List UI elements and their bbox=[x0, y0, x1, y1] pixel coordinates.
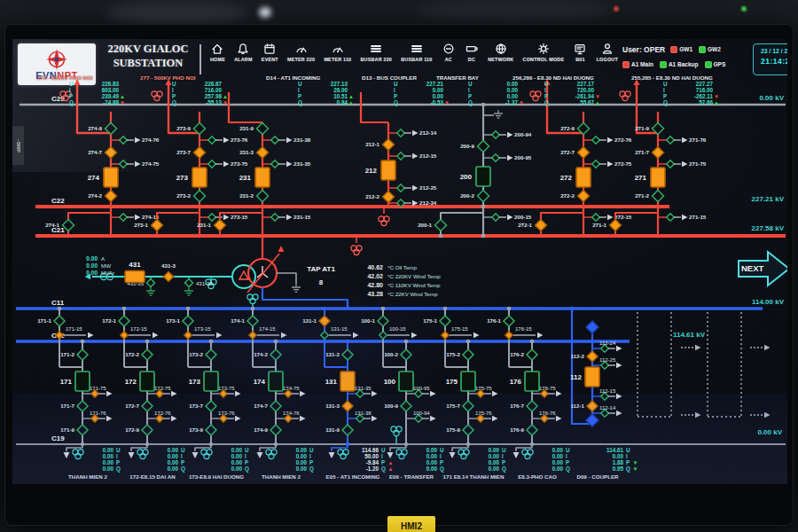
disconnector-273-2[interactable] bbox=[194, 191, 206, 202]
disconnector-173-9[interactable] bbox=[206, 425, 216, 435]
breaker-272[interactable] bbox=[576, 168, 591, 187]
tap-273-76[interactable] bbox=[208, 137, 215, 144]
breaker-273[interactable] bbox=[192, 168, 207, 187]
tap-175-15[interactable] bbox=[442, 332, 449, 339]
breaker-131[interactable] bbox=[340, 372, 355, 391]
tap-272-15[interactable] bbox=[592, 214, 599, 221]
tap-272-76[interactable] bbox=[592, 137, 599, 144]
tap-172-76[interactable] bbox=[156, 415, 163, 422]
disconnector-176-9[interactable] bbox=[527, 425, 537, 435]
disconnector-231-3[interactable] bbox=[257, 147, 269, 159]
disconnector-200-2[interactable] bbox=[478, 191, 489, 202]
tap-271-75[interactable] bbox=[667, 160, 674, 168]
breaker-174[interactable] bbox=[269, 372, 283, 391]
disconnector-271-1[interactable] bbox=[610, 220, 622, 231]
disconnector-231-1[interactable] bbox=[215, 220, 226, 231]
tap-231-35[interactable] bbox=[271, 160, 278, 168]
disconnector-176-2[interactable] bbox=[527, 349, 537, 360]
tap-231-38[interactable] bbox=[271, 137, 278, 144]
breaker-271[interactable] bbox=[651, 168, 665, 187]
disconnector-131-1[interactable] bbox=[319, 316, 330, 326]
disconnector-431-35[interactable] bbox=[147, 279, 155, 287]
tap-174-15[interactable] bbox=[249, 332, 256, 339]
disconnector-131-3[interactable] bbox=[342, 401, 353, 411]
tap-271-15[interactable] bbox=[667, 214, 674, 221]
tap-172-75[interactable] bbox=[156, 390, 163, 397]
tap-176-15[interactable] bbox=[505, 332, 512, 339]
disconnector-231-2[interactable] bbox=[257, 191, 269, 202]
disconnector-175-2[interactable] bbox=[463, 349, 473, 360]
disconnector-100-2[interactable] bbox=[401, 349, 411, 360]
tap-272-75[interactable] bbox=[592, 160, 599, 168]
tap-176-75[interactable] bbox=[541, 390, 548, 397]
tap-212-14[interactable] bbox=[397, 129, 404, 137]
tap-131-38[interactable] bbox=[356, 415, 364, 422]
breaker-172[interactable] bbox=[140, 372, 154, 391]
disconnector-200-1[interactable] bbox=[435, 220, 447, 231]
disconnector-272-1[interactable] bbox=[536, 220, 547, 231]
disconnector-272-2[interactable] bbox=[578, 191, 590, 202]
disconnector-271-2[interactable] bbox=[653, 191, 664, 202]
disconnector-176-7[interactable] bbox=[527, 401, 537, 411]
disconnector-112-1[interactable] bbox=[587, 401, 598, 411]
tap-100-95[interactable] bbox=[415, 390, 422, 397]
disconnector-175-7[interactable] bbox=[463, 401, 473, 411]
tap-271-76[interactable] bbox=[667, 137, 674, 144]
disconnector-175-1[interactable] bbox=[440, 316, 450, 326]
disconnector-272-7[interactable] bbox=[578, 147, 590, 159]
disconnector-173-7[interactable] bbox=[206, 401, 216, 411]
disconnector-174-1[interactable] bbox=[247, 316, 258, 326]
disconnector-274-7[interactable] bbox=[106, 147, 117, 159]
tap-112-14[interactable] bbox=[601, 410, 608, 417]
breaker-176[interactable] bbox=[525, 372, 539, 391]
disconnector-200-9[interactable] bbox=[478, 141, 489, 153]
disconnector-212-1[interactable] bbox=[383, 139, 395, 151]
disconnector-172-2[interactable] bbox=[142, 349, 153, 360]
disconnector-171-7[interactable] bbox=[77, 401, 88, 411]
tap-172-15[interactable] bbox=[121, 332, 128, 339]
indicator-112-top[interactable] bbox=[586, 321, 598, 333]
breaker-171[interactable] bbox=[75, 372, 90, 391]
disconnector-172-9[interactable] bbox=[142, 425, 153, 435]
tap-175-76[interactable] bbox=[477, 415, 484, 422]
disconnector-212-2[interactable] bbox=[383, 192, 395, 203]
tap-212-15[interactable] bbox=[397, 153, 404, 160]
breaker-100[interactable] bbox=[399, 372, 413, 391]
tap-274-15[interactable] bbox=[120, 214, 127, 221]
disconnector-271-7[interactable] bbox=[653, 147, 664, 159]
tap-212-25[interactable] bbox=[397, 184, 404, 192]
tap-173-15[interactable] bbox=[184, 332, 192, 339]
tap-273-75[interactable] bbox=[208, 160, 215, 168]
disconnector-100-9[interactable] bbox=[401, 401, 411, 411]
tap-231-15[interactable] bbox=[271, 214, 278, 221]
disconnector-171-1[interactable] bbox=[54, 316, 65, 326]
tap-173-76[interactable] bbox=[220, 415, 227, 422]
disconnector-171-9[interactable] bbox=[77, 425, 88, 435]
tap-274-76[interactable] bbox=[120, 137, 127, 144]
disconnector-431-38[interactable] bbox=[185, 279, 193, 287]
disconnector-273-7[interactable] bbox=[194, 147, 206, 159]
disconnector-176-1[interactable] bbox=[504, 316, 514, 326]
breaker-200[interactable] bbox=[476, 167, 490, 186]
tap-175-75[interactable] bbox=[477, 390, 484, 397]
tap-200-94[interactable] bbox=[492, 131, 499, 138]
disconnector-231-9[interactable] bbox=[257, 123, 269, 135]
disconnector-100-1[interactable] bbox=[378, 316, 388, 326]
tap-174-75[interactable] bbox=[285, 390, 292, 397]
tap-200-95[interactable] bbox=[492, 154, 499, 161]
disconnector-431-3[interactable] bbox=[164, 272, 174, 282]
disconnector-172-7[interactable] bbox=[142, 401, 153, 411]
tap-176-76[interactable] bbox=[541, 415, 548, 422]
breaker-274[interactable] bbox=[104, 168, 118, 187]
tap-131-15[interactable] bbox=[321, 332, 328, 339]
disconnector-131-9[interactable] bbox=[342, 425, 353, 435]
disconnector-112-2[interactable] bbox=[587, 351, 598, 362]
breaker-175[interactable] bbox=[461, 372, 475, 391]
tap-112-25[interactable] bbox=[601, 362, 608, 369]
disconnector-173-2[interactable] bbox=[206, 349, 216, 360]
tap-100-15[interactable] bbox=[379, 332, 387, 339]
disconnector-273-1[interactable] bbox=[152, 220, 163, 231]
disconnector-171-2[interactable] bbox=[77, 349, 88, 360]
disconnector-174-7[interactable] bbox=[270, 401, 281, 411]
disconnector-174-9[interactable] bbox=[270, 425, 281, 435]
